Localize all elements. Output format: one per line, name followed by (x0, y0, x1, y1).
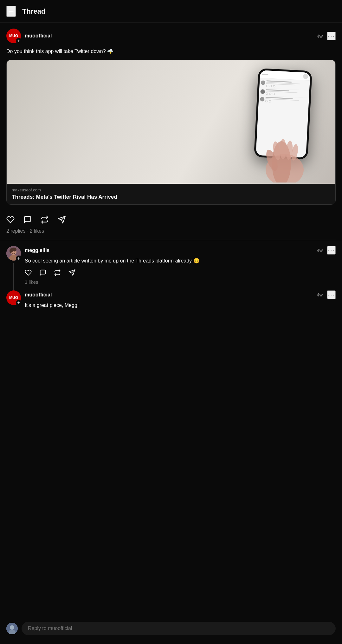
post-header: MUO + muoofficial 4w ··· (6, 29, 336, 43)
reply-comment-button[interactable] (39, 269, 46, 276)
link-card[interactable]: makeuseof.com Threads: Meta's Twitter Ri… (6, 60, 336, 205)
thread-line (13, 263, 14, 290)
reply-stats: 3 likes (25, 279, 336, 285)
comment-button[interactable] (23, 216, 32, 224)
reply-item: + megg.ellis 4w ··· So cool seeing an ar… (6, 246, 336, 290)
post-stats: 2 replies · 2 likes (6, 228, 336, 240)
reply-action-bar (25, 269, 336, 276)
svg-point-15 (10, 249, 12, 253)
second-reply-meta: 4w ··· (317, 290, 336, 299)
second-reply-section: MUO + muoofficial 4w ··· It's a great pi… (0, 290, 342, 351)
header: ← Thread (0, 0, 342, 23)
post-author-info: MUO + muoofficial (6, 29, 52, 43)
svg-point-19 (10, 625, 14, 630)
reply-avatar-wrapper: + (6, 246, 21, 261)
reply-username[interactable]: megg.ellis (25, 248, 49, 253)
back-button[interactable]: ← (6, 6, 16, 17)
reply-like-button[interactable] (25, 269, 32, 276)
reply-input-bar (0, 618, 342, 644)
link-card-image (7, 60, 335, 184)
link-card-source: makeuseof.com (12, 188, 330, 192)
share-icon (58, 216, 66, 224)
second-reply-author-info: muoofficial (25, 292, 52, 298)
author-avatar-wrapper: MUO + (6, 29, 21, 43)
reply-comment-icon (39, 269, 46, 276)
post-action-bar (6, 210, 336, 228)
current-user-avatar (6, 623, 18, 634)
repost-button[interactable] (41, 216, 49, 224)
link-card-body: makeuseof.com Threads: Meta's Twitter Ri… (7, 184, 335, 204)
post-meta: 4w ··· (317, 32, 336, 40)
second-reply-item: MUO + muoofficial 4w ··· It's a great pi… (6, 290, 336, 345)
reply-content: megg.ellis 4w ··· So cool seeing an arti… (25, 246, 336, 290)
reply-timestamp: 4w (317, 248, 323, 253)
second-reply-content: muoofficial 4w ··· It's a great piece, M… (25, 290, 336, 345)
second-reply-text-content: It's a great piece, Megg! (25, 302, 336, 309)
second-reply-follow-plus-icon[interactable]: + (16, 300, 22, 306)
reply-section: + megg.ellis 4w ··· So cool seeing an ar… (0, 240, 342, 290)
reply-heart-icon (25, 269, 32, 276)
second-reply-username[interactable]: muoofficial (25, 292, 52, 298)
like-button[interactable] (6, 216, 15, 224)
post-content: Do you think this app will take Twitter … (6, 48, 336, 55)
svg-point-12 (12, 251, 13, 252)
reply-share-icon (68, 269, 75, 276)
more-options-button[interactable]: ··· (327, 32, 336, 40)
reply-follow-plus-icon[interactable]: + (16, 256, 22, 261)
main-post: MUO + muoofficial 4w ··· Do you think th… (0, 23, 342, 240)
reply-meta: 4w ··· (317, 246, 336, 255)
reply-text-content: So cool seeing an article written by me … (25, 257, 336, 265)
follow-plus-icon[interactable]: + (16, 38, 22, 44)
second-reply-header: muoofficial 4w ··· (25, 290, 336, 299)
second-reply-timestamp: 4w (317, 292, 323, 297)
second-reply-avatar-wrapper: MUO + (6, 290, 21, 305)
svg-point-4 (280, 139, 286, 159)
share-button[interactable] (58, 216, 66, 224)
reply-input-field[interactable] (22, 622, 336, 635)
reply-thread-indicator: + (6, 246, 21, 290)
svg-point-13 (15, 251, 16, 252)
second-reply-more-options-button[interactable]: ··· (327, 290, 336, 299)
reply-more-options-button[interactable]: ··· (327, 246, 336, 255)
post-timestamp: 4w (317, 33, 323, 39)
page-title: Thread (22, 7, 45, 16)
reply-repost-icon (54, 269, 61, 276)
author-username[interactable]: muoofficial (25, 33, 52, 39)
comment-icon (23, 216, 32, 224)
reply-share-button[interactable] (68, 269, 75, 276)
repost-icon (41, 216, 49, 224)
reply-repost-button[interactable] (54, 269, 61, 276)
link-card-title: Threads: Meta's Twitter Rival Has Arrive… (12, 194, 330, 201)
heart-icon (6, 216, 15, 224)
reply-header: megg.ellis 4w ··· (25, 246, 336, 255)
reply-author-info: megg.ellis (25, 248, 49, 253)
second-reply-thread-indicator: MUO + (6, 290, 21, 345)
